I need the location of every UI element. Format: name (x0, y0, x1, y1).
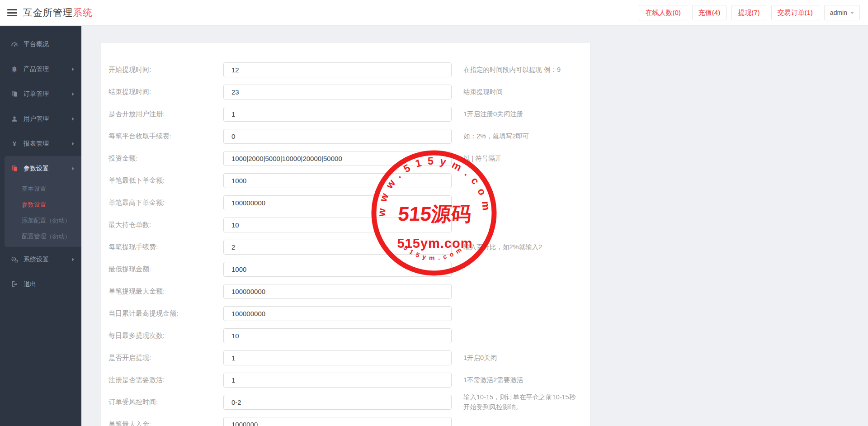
sidebar-subitem[interactable]: 配置管理（勿动） (5, 228, 81, 244)
sidebar-item-platform-overview[interactable]: 平台概况 (0, 32, 81, 57)
sidebar-item-system-settings[interactable]: 系统设置 (0, 247, 81, 272)
chevron-right-icon (72, 67, 74, 71)
field-input[interactable] (223, 373, 452, 388)
sidebar-item-label: 平台概况 (24, 40, 49, 48)
header-actions: 在线人数(0) 充值(4) 提现(7) 交易订单(1) admin (639, 5, 868, 20)
field-input[interactable] (223, 284, 452, 299)
field-input[interactable] (223, 328, 452, 343)
field-label: 开始提现时间: (101, 66, 223, 74)
form-row: 每笔平台收取手续费: 如：2%，就填写2即可 (101, 125, 590, 147)
app-title: 互金所管理系统 (23, 6, 93, 19)
header-stat-button[interactable]: 充值(4) (692, 5, 726, 20)
form-row: 最大持仓单数: (101, 214, 590, 236)
main-content: 开始提现时间: 在指定的时间段内可以提现 例：9 结束提现时间: 结束提现时间 … (81, 26, 868, 426)
sidebar-item-product-management[interactable]: ฿ 产品管理 (0, 57, 81, 81)
field-input[interactable] (223, 151, 452, 166)
sidebar-item-user-management[interactable]: 用户管理 (0, 106, 81, 131)
field-input[interactable] (223, 350, 452, 365)
field-label: 结束提现时间: (101, 88, 223, 96)
form-row: 单笔提现最大金额: (101, 280, 590, 303)
yen-icon: ¥ (10, 140, 19, 147)
sidebar-item-label: 用户管理 (24, 115, 49, 123)
parameter-form: 开始提现时间: 在指定的时间段内可以提现 例：9 结束提现时间: 结束提现时间 … (101, 43, 590, 426)
chevron-right-icon (72, 258, 74, 261)
top-header: 互金所管理系统 在线人数(0) 充值(4) 提现(7) 交易订单(1) admi… (0, 0, 868, 26)
field-input[interactable] (223, 173, 452, 188)
sidebar-item-logout[interactable]: 退出 (0, 272, 81, 297)
chevron-right-icon (72, 167, 74, 170)
field-help-text: 结束提现时间 (463, 87, 576, 97)
user-icon (10, 116, 19, 122)
form-row: 当日累计最高提现金额: (101, 303, 590, 325)
field-label: 是否开启提现: (101, 354, 223, 362)
field-label: 订单受风控时间: (101, 398, 223, 407)
form-row: 结束提现时间: 结束提现时间 (101, 81, 590, 103)
field-input[interactable] (223, 262, 452, 277)
form-row: 单笔最高下单金额: (101, 192, 590, 214)
form-row: 订单受风控时间: 输入10-15，则订单在平仓之前10-15秒开始受到风控影响。 (101, 391, 590, 413)
sidebar-item-report-management[interactable]: ¥ 报表管理 (0, 131, 81, 156)
sidebar-item-parameter-settings[interactable]: 参数设置 (5, 156, 81, 181)
app-title-accent: 系统 (73, 7, 93, 18)
sidebar-group-parameter-settings: 参数设置 基本设置 参数设置 添加配置（勿动） 配置管理（勿动） (5, 156, 81, 247)
field-help-text: 输入10-15，则订单在平仓之前10-15秒开始受到风控影响。 (463, 393, 576, 412)
field-label: 当日累计最高提现金额: (101, 309, 223, 318)
field-input[interactable] (223, 306, 452, 321)
field-input[interactable] (223, 395, 452, 410)
sidebar: 平台概况 ฿ 产品管理 订单管理 用户管理 ¥ 报表管理 参数设置 (0, 26, 81, 426)
bitcoin-icon: ฿ (10, 65, 19, 73)
app-title-main: 互金所管理 (23, 7, 73, 18)
gears-icon (10, 256, 19, 263)
field-help-text: 输入百分比，如2%就输入2 (463, 242, 576, 252)
field-label: 是否开放用户注册: (101, 110, 223, 118)
field-input[interactable] (223, 129, 452, 144)
field-help-text: 1开启注册0关闭注册 (463, 109, 576, 119)
field-label: 每笔提现手续费: (101, 243, 223, 251)
orders-icon (10, 90, 19, 97)
chevron-down-icon (850, 12, 854, 14)
dashboard-icon (10, 41, 19, 48)
sidebar-subitem[interactable]: 添加配置（勿动） (5, 213, 81, 228)
sidebar-item-order-management[interactable]: 订单管理 (0, 81, 81, 106)
form-row: 开始提现时间: 在指定的时间段内可以提现 例：9 (101, 59, 590, 81)
form-row: 投资金额: 以 | 符号隔开 (101, 147, 590, 170)
form-row: 是否开放用户注册: 1开启注册0关闭注册 (101, 103, 590, 125)
sidebar-item-label: 订单管理 (24, 90, 49, 98)
field-input[interactable] (223, 195, 452, 210)
header-stat-button[interactable]: 交易订单(1) (771, 5, 819, 20)
form-row: 最低提现金额: (101, 258, 590, 280)
sidebar-item-label: 报表管理 (24, 140, 49, 148)
field-label: 每笔平台收取手续费: (101, 132, 223, 141)
field-help-text: 1不需激活2需要激活 (463, 375, 576, 385)
sidebar-subitem[interactable]: 参数设置 (5, 197, 81, 213)
sidebar-item-label: 参数设置 (24, 165, 49, 173)
field-label: 单笔最大入金: (101, 420, 223, 426)
field-input[interactable] (223, 62, 452, 77)
field-help-text: 以 | 符号隔开 (463, 154, 576, 163)
chevron-right-icon (72, 142, 74, 146)
field-input[interactable] (223, 240, 452, 255)
sidebar-item-label: 系统设置 (24, 256, 49, 264)
field-input[interactable] (223, 85, 452, 99)
header-stat-button[interactable]: 提现(7) (731, 5, 766, 20)
settings-files-icon (10, 165, 19, 172)
form-row: 单笔最低下单金额: (101, 170, 590, 192)
form-row: 单笔最大入金: (101, 413, 590, 426)
field-label: 单笔提现最大金额: (101, 287, 223, 296)
field-label: 最大持仓单数: (101, 221, 223, 229)
field-label: 单笔最高下单金额: (101, 199, 223, 207)
field-help-text: 在指定的时间段内可以提现 例：9 (463, 65, 576, 75)
form-row: 注册是否需要激活: 1不需激活2需要激活 (101, 369, 590, 391)
header-stat-button[interactable]: 在线人数(0) (639, 5, 687, 20)
logout-icon (10, 281, 19, 288)
sidebar-subitem[interactable]: 基本设置 (5, 181, 81, 197)
field-label: 单笔最低下单金额: (101, 176, 223, 185)
menu-toggle-icon[interactable] (7, 8, 17, 18)
field-input[interactable] (223, 218, 452, 232)
admin-dropdown[interactable]: admin (824, 5, 860, 20)
field-label: 每日最多提现次数: (101, 331, 223, 340)
field-input[interactable] (223, 107, 452, 122)
field-input[interactable] (223, 417, 452, 426)
field-help-text: 如：2%，就填写2即可 (463, 132, 576, 141)
form-row: 每日最多提现次数: (101, 325, 590, 347)
